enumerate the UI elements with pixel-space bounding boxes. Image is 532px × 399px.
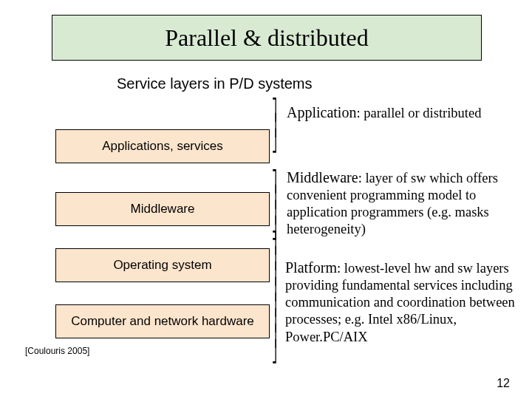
slide-title: Parallel & distributed (165, 24, 369, 52)
bracket-application: ⎤⎥⎦ (272, 102, 277, 149)
bracket-platform: ⎤⎥⎥⎥⎥⎥⎥⎦ (272, 235, 277, 359)
application-desc-rest: : parallel or distributed (356, 106, 481, 120)
platform-description: Platform: lowest-level hw and sw layers … (285, 259, 519, 346)
bracket-middleware: ⎤⎥⎥⎦ (272, 174, 277, 236)
layer-middleware-label: Middleware (131, 202, 195, 216)
middleware-description: Middleware: layer of sw which offers con… (287, 168, 516, 239)
application-desc-lead: Application (287, 104, 356, 120)
page-number: 12 (497, 377, 510, 390)
slide-title-box: Parallel & distributed (52, 15, 482, 61)
citation: [Coulouris 2005] (25, 346, 89, 356)
middleware-desc-lead: Middleware (287, 169, 358, 185)
layer-applications: Applications, services (55, 129, 270, 163)
layer-applications-label: Applications, services (102, 139, 222, 154)
layer-os-label: Operating system (113, 258, 211, 273)
platform-desc-lead: Platform (285, 259, 337, 276)
layer-hardware-label: Computer and network hardware (71, 314, 254, 329)
slide-subtitle: Service layers in P/D systems (117, 75, 313, 92)
layer-hardware: Computer and network hardware (55, 304, 270, 338)
application-description: Application: parallel or distributed (287, 103, 516, 122)
layer-operating-system: Operating system (55, 248, 270, 282)
layer-middleware: Middleware (55, 192, 270, 226)
